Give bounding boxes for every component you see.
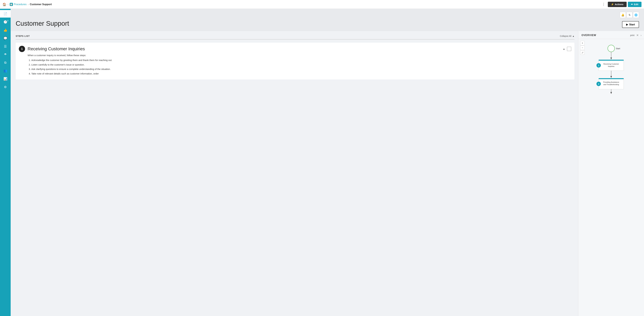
step-item-1: 1 Receiving Customer Inquiries ▲ When a … (16, 43, 574, 80)
left-sidebar: 📄 🕐 2 👍 💬 ☰ ☂ ⧉ 👥 📊 ⚙ (0, 9, 11, 316)
publish-icon: ☂ (4, 53, 7, 56)
steps-list-title: STEPS LIST (16, 35, 30, 37)
globe-button[interactable]: 🌐 (633, 12, 639, 18)
collapse-all-button[interactable]: Collapse All ▲ (560, 35, 574, 37)
actions-label: Actions (615, 3, 624, 6)
step-checkbox-1[interactable] (567, 47, 571, 51)
edit-icon: ✏ (631, 3, 633, 6)
actions-button[interactable]: ⚡ Actions (608, 2, 626, 7)
sidebar-item-publish[interactable]: ☂ (0, 51, 11, 58)
svg-text:Inquiries: Inquiries (608, 65, 614, 67)
sidebar-item-history[interactable]: 🕐 2 (0, 18, 11, 26)
home-icon[interactable]: 🏠 (2, 2, 6, 6)
zoom-in-button[interactable]: + (580, 41, 584, 45)
list-item: Acknowledge the customer by greeting the… (31, 58, 571, 62)
content-area: 🔔 ⇅ 🌐 Customer Support ▶ Start STEPS LIS (11, 9, 644, 316)
notification-button[interactable]: 🔔 (620, 12, 626, 18)
copy-icon: ⧉ (4, 61, 6, 64)
overview-panel: OVERVIEW print ✕ › + − ⤢ (578, 31, 644, 316)
procedures-label: Procedures (14, 3, 27, 6)
step-description-1: When a customer inquiry is received, fol… (19, 54, 571, 56)
more-options-icon[interactable]: ⋮ (600, 2, 606, 7)
overview-expand-button[interactable]: › (640, 34, 642, 37)
svg-text:2: 2 (598, 83, 599, 85)
sidebar-item-comments[interactable]: 💬 (0, 34, 11, 42)
collapse-all-label: Collapse All (560, 35, 571, 37)
steps-list-panel: STEPS LIST Collapse All ▲ 1 Receiving Cu… (11, 31, 578, 316)
start-button[interactable]: ▶ Start (622, 21, 639, 28)
list-icon: ☰ (4, 44, 7, 48)
sidebar-item-list[interactable]: ☰ (0, 43, 11, 50)
play-icon: ▶ (626, 23, 628, 26)
svg-rect-5 (599, 60, 624, 61)
step-collapse-button-1[interactable]: ▲ (562, 47, 565, 51)
svg-rect-4 (599, 60, 624, 71)
notification-icon: 🔔 (621, 14, 624, 16)
svg-point-0 (608, 45, 615, 52)
breadcrumb-procedures[interactable]: 📋 Procedures (10, 3, 27, 6)
globe-icon: 🌐 (634, 14, 638, 16)
header-icons: 🔔 ⇅ 🌐 (16, 12, 639, 18)
svg-text:and Troubleshooting: and Troubleshooting (604, 84, 619, 86)
main-layout: 📄 🕐 2 👍 💬 ☰ ☂ ⧉ 👥 📊 ⚙ (0, 9, 644, 316)
settings-icon: ⚙ (4, 85, 7, 89)
overview-diagram: + − ⤢ Start (578, 39, 644, 316)
page-title: Customer Support (16, 20, 639, 27)
sort-button[interactable]: ⇅ (626, 12, 632, 18)
sidebar-item-document[interactable]: 📄 (0, 10, 11, 18)
sidebar-item-analytics[interactable]: 📊 (0, 75, 11, 82)
breadcrumb-current: Customer Support (30, 3, 52, 6)
overview-actions: print ✕ › (630, 34, 642, 37)
svg-text:1: 1 (598, 64, 599, 66)
breadcrumb-sep-1: › (8, 3, 8, 6)
sidebar-item-users[interactable]: 👥 (0, 67, 11, 74)
chevron-up-icon: ▲ (572, 35, 574, 37)
sidebar-item-copy[interactable]: ⧉ (0, 59, 11, 66)
diagram-controls: + − ⤢ (580, 41, 584, 55)
overview-close-button[interactable]: ✕ (636, 34, 639, 37)
sidebar-item-like[interactable]: 👍 (0, 26, 11, 34)
zoom-out-button[interactable]: − (580, 46, 584, 50)
svg-text:Start: Start (616, 47, 620, 50)
svg-rect-12 (599, 78, 624, 79)
history-badge: 2 (6, 20, 9, 22)
breadcrumb-sep-2: › (28, 3, 29, 6)
overview-print-button[interactable]: print (630, 34, 634, 36)
step-header-actions-1: ▲ (562, 47, 571, 51)
list-item: Ask clarifying questions to ensure a com… (31, 68, 571, 71)
users-icon: 👥 (4, 69, 7, 72)
step-number-1: 1 (21, 47, 23, 51)
bolt-icon: ⚡ (611, 3, 614, 6)
fit-screen-button[interactable]: ⤢ (580, 50, 584, 55)
procedures-icon: 📋 (10, 3, 13, 6)
diagram-area: Start (578, 39, 644, 316)
top-nav: 🏠 › 📋 Procedures › Customer Support ⋮ ⚡ … (0, 0, 644, 9)
list-item: Take note of relevant details such as cu… (31, 72, 571, 76)
like-icon: 👍 (4, 28, 7, 32)
steps-overview-container: STEPS LIST Collapse All ▲ 1 Receiving Cu… (11, 31, 644, 316)
svg-text:Receiving Customer: Receiving Customer (604, 63, 619, 65)
header-section: 🔔 ⇅ 🌐 Customer Support ▶ Start (11, 9, 644, 31)
document-icon: 📄 (4, 12, 7, 16)
step-number-badge-1: 1 (19, 46, 25, 52)
step-title-1: Receiving Customer Inquiries (28, 46, 560, 52)
step-header-1: 1 Receiving Customer Inquiries ▲ (19, 46, 571, 52)
analytics-icon: 📊 (4, 77, 7, 81)
steps-list-header: STEPS LIST Collapse All ▲ (16, 35, 574, 40)
list-item: Listen carefully to the customer's issue… (31, 63, 571, 66)
svg-text:Providing Assistance: Providing Assistance (603, 81, 619, 83)
overview-title: OVERVIEW (582, 34, 596, 37)
edit-button[interactable]: ✏ Edit (628, 2, 642, 7)
step-list-1: Acknowledge the customer by greeting the… (19, 58, 571, 76)
start-label: Start (629, 23, 635, 26)
overview-header: OVERVIEW print ✕ › (578, 31, 644, 39)
sort-icon: ⇅ (628, 14, 630, 16)
comments-icon: 💬 (4, 36, 7, 40)
edit-label: Edit (634, 3, 638, 6)
sidebar-item-settings[interactable]: ⚙ (0, 83, 11, 91)
